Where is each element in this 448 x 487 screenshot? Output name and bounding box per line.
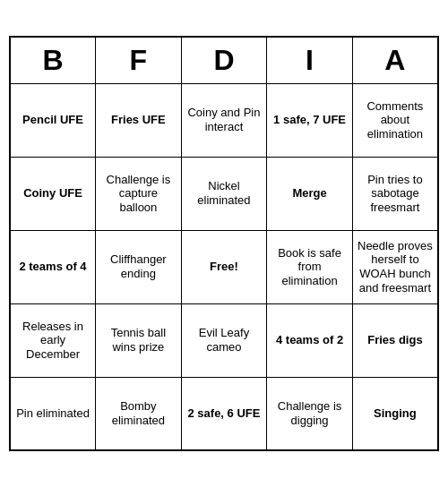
- cell-r1-c1: Challenge is capture balloon: [96, 157, 182, 230]
- cell-r1-c0: Coiny UFE: [10, 157, 96, 230]
- table-row: 2 teams of 4Cliffhanger endingFree!Book …: [10, 230, 438, 303]
- cell-r1-c2: Nickel eliminated: [181, 157, 267, 230]
- cell-r0-c3: 1 safe, 7 UFE: [267, 83, 353, 157]
- cell-r4-c3: Challenge is digging: [267, 377, 353, 450]
- header-row: BFDIA: [10, 37, 438, 83]
- cell-r4-c4: Singing: [352, 377, 438, 450]
- header-col-b: B: [10, 37, 96, 83]
- cell-r0-c2: Coiny and Pin interact: [181, 83, 267, 157]
- header-col-a: A: [352, 37, 438, 83]
- cell-r3-c0: Releases in early December: [10, 303, 96, 377]
- cell-r2-c0: 2 teams of 4: [10, 230, 96, 303]
- table-row: Releases in early DecemberTennis ball wi…: [10, 303, 438, 377]
- cell-r1-c4: Pin tries to sabotage freesmart: [352, 157, 438, 230]
- cell-r0-c4: Comments about elimination: [352, 83, 438, 157]
- cell-r2-c4: Needle proves herself to WOAH bunch and …: [352, 230, 438, 303]
- cell-r3-c1: Tennis ball wins prize: [96, 303, 182, 377]
- table-row: Pin eliminatedBomby eliminated2 safe, 6 …: [10, 377, 438, 450]
- cell-r2-c2: Free!: [181, 230, 267, 303]
- cell-r3-c2: Evil Leafy cameo: [181, 303, 267, 377]
- cell-r0-c1: Fries UFE: [96, 83, 182, 157]
- cell-r4-c1: Bomby eliminated: [96, 377, 182, 450]
- header-col-d: D: [181, 37, 267, 83]
- bingo-card: BFDIA Pencil UFEFries UFECoiny and Pin i…: [9, 36, 439, 451]
- cell-r4-c0: Pin eliminated: [10, 377, 96, 450]
- cell-r3-c4: Fries digs: [352, 303, 438, 377]
- cell-r4-c2: 2 safe, 6 UFE: [181, 377, 267, 450]
- table-row: Pencil UFEFries UFECoiny and Pin interac…: [10, 83, 438, 157]
- cell-r3-c3: 4 teams of 2: [267, 303, 353, 377]
- header-col-f: F: [96, 37, 182, 83]
- header-col-i: I: [267, 37, 353, 83]
- cell-r2-c1: Cliffhanger ending: [96, 230, 182, 303]
- cell-r1-c3: Merge: [267, 157, 353, 230]
- table-row: Coiny UFEChallenge is capture balloonNic…: [10, 157, 438, 230]
- cell-r0-c0: Pencil UFE: [10, 83, 96, 157]
- cell-r2-c3: Book is safe from elimination: [267, 230, 353, 303]
